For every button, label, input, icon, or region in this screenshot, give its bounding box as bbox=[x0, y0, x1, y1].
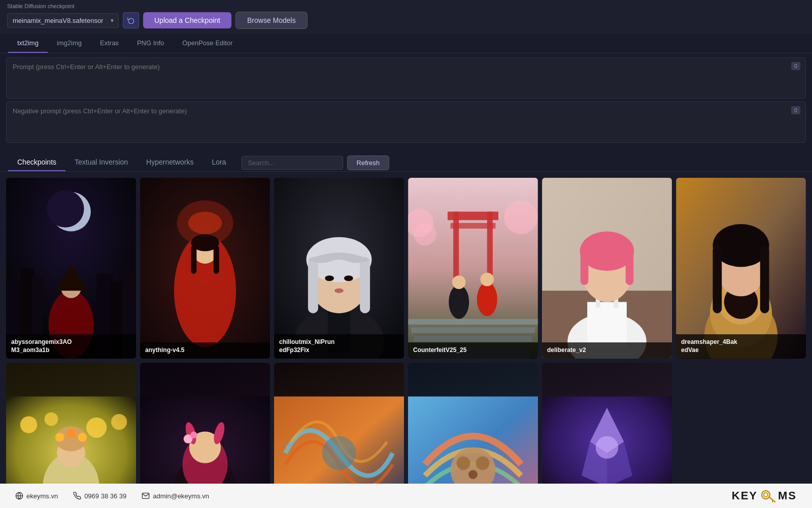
svg-rect-35 bbox=[408, 319, 538, 325]
model-card-3[interactable]: chilloutmix_NiPrunedFp32Fix bbox=[274, 178, 404, 359]
model-card-5-image bbox=[542, 178, 672, 359]
checkpoint-select[interactable]: meinamix_meinaV8.safetensors [30953ab bbox=[7, 13, 119, 28]
svg-point-27 bbox=[325, 275, 334, 281]
positive-prompt-input[interactable] bbox=[13, 63, 799, 91]
model-card-2[interactable]: anything-v4.5 bbox=[140, 178, 270, 359]
phone-icon bbox=[73, 492, 81, 500]
model-card-1[interactable]: abyssorangemix3AOM3_aom3a1b bbox=[6, 178, 136, 359]
negative-prompt-counter: 0 bbox=[791, 106, 800, 114]
checkpoint-row: meinamix_meinaV8.safetensors [30953ab ▼ … bbox=[7, 12, 805, 29]
model-card-6-label: dreamshaper_4BakedVae bbox=[676, 334, 806, 358]
logo-key: KEY bbox=[732, 489, 758, 502]
svg-rect-26 bbox=[360, 257, 370, 313]
upload-checkpoint-button[interactable]: Upload a Checkpoint bbox=[143, 12, 231, 28]
svg-point-43 bbox=[452, 275, 466, 289]
globe-icon bbox=[15, 492, 23, 500]
model-card-3-image bbox=[274, 178, 404, 359]
svg-point-40 bbox=[414, 223, 436, 245]
model-card-2-image bbox=[140, 178, 270, 359]
model-tab-textual-inversion[interactable]: Textual Inversion bbox=[65, 154, 137, 171]
refresh-icon bbox=[127, 17, 134, 24]
model-card-5-label: deliberate_v2 bbox=[542, 342, 672, 359]
footer-contact: ekeyms.vn 0969 38 36 39 admin@ekeyms.vn bbox=[15, 492, 209, 500]
svg-point-90 bbox=[476, 456, 490, 470]
svg-point-28 bbox=[344, 275, 353, 281]
logo-ms: MS bbox=[778, 489, 797, 502]
svg-point-45 bbox=[480, 273, 494, 287]
tab-txt2img[interactable]: txt2img bbox=[8, 34, 48, 53]
svg-point-100 bbox=[762, 491, 770, 499]
svg-point-75 bbox=[66, 428, 76, 437]
checkpoint-select-wrapper: meinamix_meinaV8.safetensors [30953ab ▼ bbox=[7, 13, 119, 28]
svg-point-89 bbox=[457, 456, 470, 470]
svg-point-101 bbox=[764, 493, 768, 497]
browse-models-button[interactable]: Browse Models bbox=[235, 12, 308, 29]
svg-point-42 bbox=[449, 285, 469, 319]
model-card-1-image bbox=[6, 178, 136, 359]
svg-rect-18 bbox=[191, 245, 196, 274]
svg-rect-37 bbox=[414, 336, 532, 341]
negative-prompt-input[interactable] bbox=[13, 107, 799, 135]
model-search-input[interactable] bbox=[242, 156, 343, 170]
model-card-6[interactable]: dreamshaper_4BakedVae bbox=[676, 178, 806, 359]
model-tabs-bar: Checkpoints Textual Inversion Hypernetwo… bbox=[0, 150, 812, 172]
positive-prompt-counter: 0 bbox=[791, 62, 800, 70]
email-icon bbox=[142, 492, 150, 500]
svg-point-2 bbox=[47, 190, 84, 227]
svg-point-86 bbox=[322, 436, 356, 470]
svg-point-74 bbox=[55, 432, 64, 441]
checkpoint-label: Stable Diffusion checkpoint bbox=[7, 3, 805, 9]
key-icon bbox=[760, 488, 776, 504]
svg-rect-34 bbox=[451, 223, 496, 229]
email-text: admin@ekeyms.vn bbox=[153, 492, 209, 500]
website-text: ekeyms.vn bbox=[26, 492, 58, 500]
negative-prompt-box: 0 bbox=[6, 102, 806, 143]
svg-rect-64 bbox=[713, 245, 722, 313]
main-tabs-bar: txt2img img2img Extras PNG Info OpenPose… bbox=[0, 34, 812, 53]
footer-logo: KEY MS bbox=[732, 488, 797, 504]
refresh-button[interactable]: Refresh bbox=[347, 155, 390, 170]
checkpoint-refresh-button[interactable] bbox=[123, 12, 139, 28]
positive-prompt-box: 0 bbox=[6, 57, 806, 99]
model-card-6-image bbox=[676, 178, 806, 359]
svg-point-29 bbox=[334, 289, 344, 293]
prompt-section: 0 0 bbox=[0, 53, 812, 150]
tab-openpose-editor[interactable]: OpenPose Editor bbox=[173, 34, 242, 53]
model-grid: abyssorangemix3AOM3_aom3a1b anything-v4.… bbox=[0, 172, 812, 508]
tab-png-info[interactable]: PNG Info bbox=[128, 34, 173, 53]
model-card-1-label: abyssorangemix3AOM3_aom3a1b bbox=[6, 334, 136, 358]
footer-email: admin@ekeyms.vn bbox=[142, 492, 209, 500]
svg-point-67 bbox=[20, 416, 37, 433]
svg-rect-56 bbox=[626, 251, 634, 285]
svg-point-69 bbox=[86, 417, 107, 437]
svg-point-70 bbox=[111, 414, 127, 430]
model-card-5[interactable]: deliberate_v2 bbox=[542, 178, 672, 359]
svg-point-84 bbox=[190, 431, 197, 438]
svg-point-76 bbox=[78, 432, 87, 441]
svg-point-97 bbox=[596, 436, 619, 459]
footer-phone: 0969 38 36 39 bbox=[73, 492, 126, 500]
model-tab-lora[interactable]: Lora bbox=[202, 154, 235, 171]
svg-point-68 bbox=[45, 412, 58, 426]
svg-point-41 bbox=[504, 200, 538, 234]
svg-point-91 bbox=[468, 470, 478, 479]
model-tab-checkpoints[interactable]: Checkpoints bbox=[8, 154, 65, 171]
svg-rect-50 bbox=[587, 302, 627, 347]
phone-text: 0969 38 36 39 bbox=[84, 492, 126, 500]
svg-rect-36 bbox=[411, 327, 535, 333]
model-card-4[interactable]: CounterfeitV25_25 bbox=[408, 178, 538, 359]
svg-rect-55 bbox=[581, 251, 589, 285]
tab-extras[interactable]: Extras bbox=[91, 34, 128, 53]
svg-rect-65 bbox=[760, 245, 769, 313]
footer-bar: ekeyms.vn 0969 38 36 39 admin@ekeyms.vn … bbox=[0, 484, 812, 508]
tab-img2img[interactable]: img2img bbox=[48, 34, 91, 53]
svg-point-14 bbox=[188, 212, 222, 234]
svg-rect-25 bbox=[308, 257, 318, 313]
footer-website: ekeyms.vn bbox=[15, 492, 58, 500]
model-card-2-label: anything-v4.5 bbox=[140, 342, 270, 359]
model-tab-hypernetworks[interactable]: Hypernetworks bbox=[137, 154, 202, 171]
checkpoint-bar: Stable Diffusion checkpoint meinamix_mei… bbox=[0, 0, 812, 34]
svg-point-44 bbox=[477, 282, 497, 316]
model-card-4-label: CounterfeitV25_25 bbox=[408, 342, 538, 359]
svg-rect-19 bbox=[214, 245, 219, 274]
